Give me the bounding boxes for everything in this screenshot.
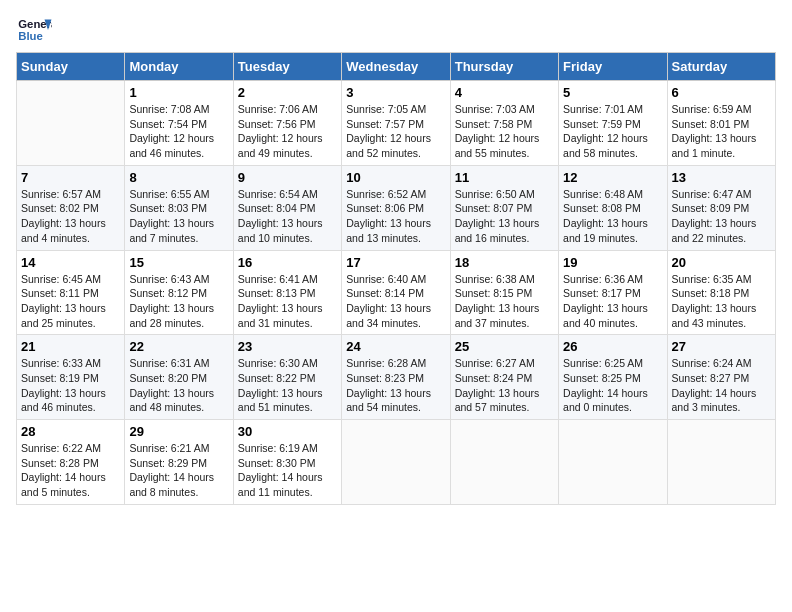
day-info: Sunrise: 6:45 AMSunset: 8:11 PMDaylight:… bbox=[21, 272, 120, 331]
calendar-cell: 24Sunrise: 6:28 AMSunset: 8:23 PMDayligh… bbox=[342, 335, 450, 420]
weekday-header-monday: Monday bbox=[125, 53, 233, 81]
day-number: 23 bbox=[238, 339, 337, 354]
calendar-cell: 27Sunrise: 6:24 AMSunset: 8:27 PMDayligh… bbox=[667, 335, 775, 420]
day-info: Sunrise: 6:50 AMSunset: 8:07 PMDaylight:… bbox=[455, 187, 554, 246]
day-number: 30 bbox=[238, 424, 337, 439]
day-number: 12 bbox=[563, 170, 662, 185]
day-info: Sunrise: 7:03 AMSunset: 7:58 PMDaylight:… bbox=[455, 102, 554, 161]
day-number: 26 bbox=[563, 339, 662, 354]
weekday-header-friday: Friday bbox=[559, 53, 667, 81]
day-number: 19 bbox=[563, 255, 662, 270]
calendar-cell: 16Sunrise: 6:41 AMSunset: 8:13 PMDayligh… bbox=[233, 250, 341, 335]
calendar-cell bbox=[667, 420, 775, 505]
logo-icon: General Blue bbox=[16, 16, 52, 44]
weekday-header-tuesday: Tuesday bbox=[233, 53, 341, 81]
day-number: 17 bbox=[346, 255, 445, 270]
calendar-cell: 9Sunrise: 6:54 AMSunset: 8:04 PMDaylight… bbox=[233, 165, 341, 250]
day-number: 28 bbox=[21, 424, 120, 439]
day-info: Sunrise: 7:01 AMSunset: 7:59 PMDaylight:… bbox=[563, 102, 662, 161]
day-info: Sunrise: 6:28 AMSunset: 8:23 PMDaylight:… bbox=[346, 356, 445, 415]
calendar-cell: 8Sunrise: 6:55 AMSunset: 8:03 PMDaylight… bbox=[125, 165, 233, 250]
calendar-cell: 10Sunrise: 6:52 AMSunset: 8:06 PMDayligh… bbox=[342, 165, 450, 250]
calendar-cell: 28Sunrise: 6:22 AMSunset: 8:28 PMDayligh… bbox=[17, 420, 125, 505]
calendar-week-row: 28Sunrise: 6:22 AMSunset: 8:28 PMDayligh… bbox=[17, 420, 776, 505]
day-number: 7 bbox=[21, 170, 120, 185]
day-number: 9 bbox=[238, 170, 337, 185]
day-number: 2 bbox=[238, 85, 337, 100]
calendar-cell: 5Sunrise: 7:01 AMSunset: 7:59 PMDaylight… bbox=[559, 81, 667, 166]
day-number: 22 bbox=[129, 339, 228, 354]
day-number: 13 bbox=[672, 170, 771, 185]
day-info: Sunrise: 7:05 AMSunset: 7:57 PMDaylight:… bbox=[346, 102, 445, 161]
day-number: 8 bbox=[129, 170, 228, 185]
day-info: Sunrise: 7:06 AMSunset: 7:56 PMDaylight:… bbox=[238, 102, 337, 161]
weekday-header-sunday: Sunday bbox=[17, 53, 125, 81]
day-info: Sunrise: 6:35 AMSunset: 8:18 PMDaylight:… bbox=[672, 272, 771, 331]
day-info: Sunrise: 6:31 AMSunset: 8:20 PMDaylight:… bbox=[129, 356, 228, 415]
calendar-cell: 29Sunrise: 6:21 AMSunset: 8:29 PMDayligh… bbox=[125, 420, 233, 505]
day-number: 10 bbox=[346, 170, 445, 185]
day-number: 24 bbox=[346, 339, 445, 354]
day-number: 14 bbox=[21, 255, 120, 270]
calendar-cell: 17Sunrise: 6:40 AMSunset: 8:14 PMDayligh… bbox=[342, 250, 450, 335]
calendar-cell: 7Sunrise: 6:57 AMSunset: 8:02 PMDaylight… bbox=[17, 165, 125, 250]
calendar-cell: 3Sunrise: 7:05 AMSunset: 7:57 PMDaylight… bbox=[342, 81, 450, 166]
day-info: Sunrise: 6:43 AMSunset: 8:12 PMDaylight:… bbox=[129, 272, 228, 331]
day-number: 25 bbox=[455, 339, 554, 354]
calendar-cell: 19Sunrise: 6:36 AMSunset: 8:17 PMDayligh… bbox=[559, 250, 667, 335]
day-info: Sunrise: 6:55 AMSunset: 8:03 PMDaylight:… bbox=[129, 187, 228, 246]
day-info: Sunrise: 6:36 AMSunset: 8:17 PMDaylight:… bbox=[563, 272, 662, 331]
day-info: Sunrise: 6:30 AMSunset: 8:22 PMDaylight:… bbox=[238, 356, 337, 415]
day-info: Sunrise: 6:48 AMSunset: 8:08 PMDaylight:… bbox=[563, 187, 662, 246]
day-number: 4 bbox=[455, 85, 554, 100]
calendar-cell: 26Sunrise: 6:25 AMSunset: 8:25 PMDayligh… bbox=[559, 335, 667, 420]
day-info: Sunrise: 6:59 AMSunset: 8:01 PMDaylight:… bbox=[672, 102, 771, 161]
header: General Blue bbox=[16, 16, 776, 44]
calendar-cell: 30Sunrise: 6:19 AMSunset: 8:30 PMDayligh… bbox=[233, 420, 341, 505]
calendar-cell: 6Sunrise: 6:59 AMSunset: 8:01 PMDaylight… bbox=[667, 81, 775, 166]
calendar-cell: 4Sunrise: 7:03 AMSunset: 7:58 PMDaylight… bbox=[450, 81, 558, 166]
calendar-cell: 21Sunrise: 6:33 AMSunset: 8:19 PMDayligh… bbox=[17, 335, 125, 420]
day-info: Sunrise: 6:21 AMSunset: 8:29 PMDaylight:… bbox=[129, 441, 228, 500]
calendar-cell: 22Sunrise: 6:31 AMSunset: 8:20 PMDayligh… bbox=[125, 335, 233, 420]
calendar-cell bbox=[450, 420, 558, 505]
day-info: Sunrise: 6:27 AMSunset: 8:24 PMDaylight:… bbox=[455, 356, 554, 415]
calendar-cell: 12Sunrise: 6:48 AMSunset: 8:08 PMDayligh… bbox=[559, 165, 667, 250]
calendar-cell: 11Sunrise: 6:50 AMSunset: 8:07 PMDayligh… bbox=[450, 165, 558, 250]
day-info: Sunrise: 7:08 AMSunset: 7:54 PMDaylight:… bbox=[129, 102, 228, 161]
day-info: Sunrise: 6:22 AMSunset: 8:28 PMDaylight:… bbox=[21, 441, 120, 500]
weekday-header-row: SundayMondayTuesdayWednesdayThursdayFrid… bbox=[17, 53, 776, 81]
calendar-table: SundayMondayTuesdayWednesdayThursdayFrid… bbox=[16, 52, 776, 505]
day-number: 5 bbox=[563, 85, 662, 100]
day-info: Sunrise: 6:52 AMSunset: 8:06 PMDaylight:… bbox=[346, 187, 445, 246]
day-number: 20 bbox=[672, 255, 771, 270]
calendar-week-row: 7Sunrise: 6:57 AMSunset: 8:02 PMDaylight… bbox=[17, 165, 776, 250]
day-info: Sunrise: 6:38 AMSunset: 8:15 PMDaylight:… bbox=[455, 272, 554, 331]
weekday-header-saturday: Saturday bbox=[667, 53, 775, 81]
calendar-cell: 15Sunrise: 6:43 AMSunset: 8:12 PMDayligh… bbox=[125, 250, 233, 335]
calendar-cell: 20Sunrise: 6:35 AMSunset: 8:18 PMDayligh… bbox=[667, 250, 775, 335]
calendar-cell: 23Sunrise: 6:30 AMSunset: 8:22 PMDayligh… bbox=[233, 335, 341, 420]
calendar-cell: 1Sunrise: 7:08 AMSunset: 7:54 PMDaylight… bbox=[125, 81, 233, 166]
day-number: 6 bbox=[672, 85, 771, 100]
calendar-cell bbox=[17, 81, 125, 166]
calendar-week-row: 21Sunrise: 6:33 AMSunset: 8:19 PMDayligh… bbox=[17, 335, 776, 420]
svg-text:Blue: Blue bbox=[18, 30, 43, 42]
calendar-cell: 2Sunrise: 7:06 AMSunset: 7:56 PMDaylight… bbox=[233, 81, 341, 166]
calendar-cell: 18Sunrise: 6:38 AMSunset: 8:15 PMDayligh… bbox=[450, 250, 558, 335]
day-info: Sunrise: 6:54 AMSunset: 8:04 PMDaylight:… bbox=[238, 187, 337, 246]
day-number: 1 bbox=[129, 85, 228, 100]
weekday-header-wednesday: Wednesday bbox=[342, 53, 450, 81]
day-info: Sunrise: 6:25 AMSunset: 8:25 PMDaylight:… bbox=[563, 356, 662, 415]
day-info: Sunrise: 6:24 AMSunset: 8:27 PMDaylight:… bbox=[672, 356, 771, 415]
calendar-cell bbox=[559, 420, 667, 505]
day-number: 21 bbox=[21, 339, 120, 354]
calendar-cell bbox=[342, 420, 450, 505]
day-info: Sunrise: 6:40 AMSunset: 8:14 PMDaylight:… bbox=[346, 272, 445, 331]
weekday-header-thursday: Thursday bbox=[450, 53, 558, 81]
day-number: 29 bbox=[129, 424, 228, 439]
day-number: 15 bbox=[129, 255, 228, 270]
calendar-cell: 25Sunrise: 6:27 AMSunset: 8:24 PMDayligh… bbox=[450, 335, 558, 420]
day-number: 11 bbox=[455, 170, 554, 185]
day-number: 18 bbox=[455, 255, 554, 270]
